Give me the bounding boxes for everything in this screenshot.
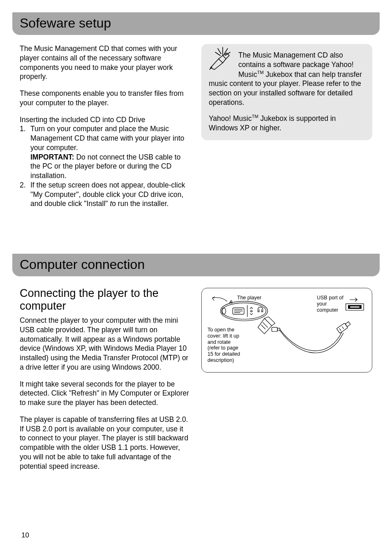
intro-paragraph-2: These components enable you to transfer … [20,89,191,108]
svg-rect-19 [345,322,350,326]
svg-point-12 [251,310,252,312]
svg-rect-24 [350,306,360,308]
page-number: 10 [21,531,29,539]
software-setup-left: The Music Management CD that comes with … [20,44,191,216]
computer-connection-left: Connecting the player to the computer Co… [20,285,191,478]
svg-line-21 [342,327,344,329]
sub-heading: Connecting the player to the computer [20,287,191,313]
section-title: Sofeware setup [20,16,111,30]
computer-connection-right: The player USB port of your computer To … [201,285,372,478]
svg-rect-18 [337,323,348,333]
svg-line-15 [261,325,265,329]
note-box: The Music Management CD also contains a … [201,44,372,140]
step-2-text-b: o run the installer. [112,199,168,208]
diagram-label-cover: To open the cover: lift it up and rotate… [208,327,240,363]
software-setup-columns: The Music Management CD that comes with … [20,44,372,216]
step-1: Turn on your computer and place the Musi… [20,124,191,181]
svg-line-1 [218,49,221,54]
connect-paragraph-3: The player is capable of transferring fi… [20,415,191,471]
diagram-label-usb: USB port of your computer [317,295,346,313]
svg-line-20 [339,329,341,331]
svg-line-14 [263,322,268,327]
computer-connection-columns: Connecting the player to the computer Co… [20,285,372,478]
svg-line-3 [215,52,220,56]
svg-rect-16 [272,327,277,331]
intro-paragraph-1: The Music Management CD that comes with … [20,44,191,81]
install-steps: Turn on your computer and place the Musi… [20,124,191,208]
important-label: IMPORTANT: [30,153,74,161]
note-paragraph-2: Yahoo! MusicTM Jukebox is supported in W… [209,113,365,132]
section-header-software-setup: Sofeware setup [12,12,380,35]
trademark-symbol: TM [257,70,264,75]
step-1-text-a: Turn on your computer and place the Musi… [30,125,184,152]
insert-cd-heading: Inserting the included CD into CD Drive [20,115,191,125]
section-header-computer-connection: Computer connection [12,254,380,276]
connect-paragraph-1: Connect the player to your computer with… [20,316,191,372]
section-title: Computer connection [20,257,145,272]
trademark-symbol: TM [252,114,258,119]
connection-diagram: The player USB port of your computer To … [201,288,372,373]
svg-rect-17 [277,328,280,331]
diagram-label-player: The player [237,295,261,301]
hand-write-icon [206,46,235,73]
step-2: If the setup screen does not appear, dou… [20,181,191,208]
software-setup-right: The Music Management CD also contains a … [201,44,372,216]
connect-paragraph-2: It might take several seconds for the pl… [20,380,191,407]
